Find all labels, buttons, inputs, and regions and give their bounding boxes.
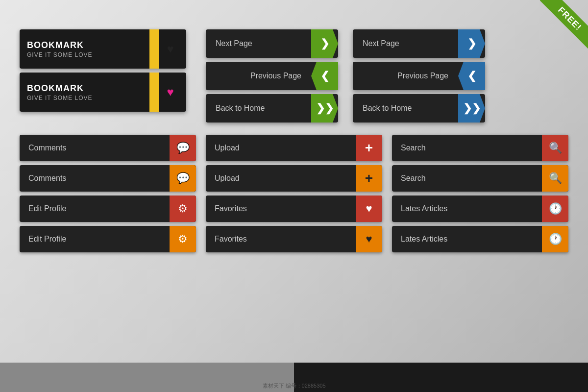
bookmark-subtitle-2: GIVE IT SOME LOVE [27, 95, 142, 101]
clock-icon-red: 🕐 [542, 196, 568, 222]
back-home-blue-arrow: ❯❯ [458, 94, 485, 122]
next-page-green-arrow: ❯ [311, 29, 338, 58]
gear-icon-red: ⚙ [170, 196, 196, 222]
comments-label-orange: Comments [20, 165, 170, 192]
next-arrow-symbol-blue: ❯ [467, 37, 476, 50]
search-icon-orange: 🔍 [542, 165, 568, 192]
upload-icon-red: + [356, 135, 382, 161]
bookmark-title-2: BOOKMARK [27, 83, 142, 94]
clock-icon-orange: 🕐 [542, 226, 568, 252]
bookmark-stripe-2 [149, 73, 154, 112]
prev-arrow-symbol-blue: ❮ [467, 70, 476, 82]
bookmark-text-1: BOOKMARK GIVE IT SOME LOVE [20, 29, 149, 69]
next-page-blue-label: Next Page [353, 39, 458, 48]
bookmark-button-2[interactable]: BOOKMARK GIVE IT SOME LOVE ♥ [20, 73, 186, 112]
back-home-arrow-symbol-green: ❯❯ [316, 102, 334, 115]
upload-label-red: Upload [206, 135, 356, 161]
bottom-bar-gray [0, 363, 294, 392]
edit-profile-btn-red[interactable]: Edit Profile ⚙ [20, 196, 196, 222]
edit-profile-btn-orange[interactable]: Edit Profile ⚙ [20, 226, 196, 252]
favorites-btn-red[interactable]: Favorites ♥ [206, 196, 382, 222]
prev-page-green-label: Previous Page [206, 72, 311, 80]
upload-btn-red[interactable]: Upload + [206, 135, 382, 161]
comments-icon-orange: 💬 [170, 165, 196, 192]
next-page-green[interactable]: Next Page ❯ [206, 29, 338, 58]
prev-arrow-symbol-green: ❮ [320, 70, 329, 82]
icon-btn-col-2: Upload + Upload + Favorites ♥ Favorites … [206, 135, 382, 252]
bookmark-subtitle-1: GIVE IT SOME LOVE [27, 51, 142, 58]
search-btn-red[interactable]: Search 🔍 [392, 135, 568, 161]
search-label-orange: Search [392, 165, 542, 192]
bookmark-icon-area-2: ♥ [154, 73, 186, 112]
search-label-red: Search [392, 135, 542, 161]
prev-page-blue-label: Previous Page [353, 72, 458, 80]
bookmark-stripe-1 [149, 29, 154, 69]
comments-btn-red[interactable]: Comments 💬 [20, 135, 196, 161]
heart-icon-1: ♥ [167, 42, 173, 56]
edit-profile-label-red: Edit Profile [20, 196, 170, 222]
nav-group-blue: Next Page ❯ ❮ Previous Page Back to Home… [353, 29, 485, 122]
favorites-icon-orange: ♥ [356, 226, 382, 252]
prev-page-blue[interactable]: ❮ Previous Page [353, 62, 485, 90]
comments-btn-orange[interactable]: Comments 💬 [20, 165, 196, 192]
free-ribbon: FREE! [529, 0, 588, 59]
upload-btn-orange[interactable]: Upload + [206, 165, 382, 192]
favorites-icon-red: ♥ [356, 196, 382, 222]
latest-articles-label-orange: Lates Articles [392, 226, 542, 252]
back-home-blue-label: Back to Home [353, 104, 458, 113]
search-btn-orange[interactable]: Search 🔍 [392, 165, 568, 192]
back-home-green-arrow: ❯❯ [311, 94, 338, 122]
latest-articles-label-red: Lates Articles [392, 196, 542, 222]
favorites-label-orange: Favorites [206, 226, 356, 252]
back-home-arrow-symbol-blue: ❯❯ [463, 102, 481, 115]
latest-articles-btn-orange[interactable]: Lates Articles 🕐 [392, 226, 568, 252]
gear-icon-orange: ⚙ [170, 226, 196, 252]
next-page-blue-arrow: ❯ [458, 29, 485, 58]
edit-profile-label-orange: Edit Profile [20, 226, 170, 252]
bookmark-text-2: BOOKMARK GIVE IT SOME LOVE [20, 73, 149, 112]
next-arrow-symbol-green: ❯ [320, 37, 329, 50]
comments-label-red: Comments [20, 135, 170, 161]
latest-articles-btn-red[interactable]: Lates Articles 🕐 [392, 196, 568, 222]
back-home-blue[interactable]: Back to Home ❯❯ [353, 94, 485, 122]
prev-page-blue-arrow: ❮ [458, 62, 485, 90]
icon-btn-col-3: Search 🔍 Search 🔍 Lates Articles 🕐 Lates… [392, 135, 568, 252]
next-page-blue[interactable]: Next Page ❯ [353, 29, 485, 58]
upload-label-orange: Upload [206, 165, 356, 192]
favorites-btn-orange[interactable]: Favorites ♥ [206, 226, 382, 252]
upload-icon-orange: + [356, 165, 382, 192]
favorites-label-red: Favorites [206, 196, 356, 222]
bottom-bar-dark [294, 363, 588, 392]
watermark: 素材天下 编号：02885305 [263, 382, 326, 390]
bookmark-icon-area-1: ♥ [154, 29, 186, 69]
back-home-green-label: Back to Home [206, 104, 311, 113]
prev-page-green[interactable]: ❮ Previous Page [206, 62, 338, 90]
bookmark-title-1: BOOKMARK [27, 40, 142, 50]
next-page-green-label: Next Page [206, 39, 311, 48]
back-home-green[interactable]: Back to Home ❯❯ [206, 94, 338, 122]
icon-btn-col-1: Comments 💬 Comments 💬 Edit Profile ⚙ Edi… [20, 135, 196, 252]
nav-group-green: Next Page ❯ ❮ Previous Page Back to Home… [206, 29, 338, 122]
icon-btn-section: Comments 💬 Comments 💬 Edit Profile ⚙ Edi… [20, 135, 568, 252]
comments-icon-red: 💬 [170, 135, 196, 161]
heart-icon-2: ♥ [167, 85, 173, 99]
free-label: FREE! [540, 0, 588, 49]
search-icon-red: 🔍 [542, 135, 568, 161]
bookmark-group: BOOKMARK GIVE IT SOME LOVE ♥ BOOKMARK GI… [20, 29, 186, 112]
bookmark-button-1[interactable]: BOOKMARK GIVE IT SOME LOVE ♥ [20, 29, 186, 69]
prev-page-green-arrow: ❮ [311, 62, 338, 90]
